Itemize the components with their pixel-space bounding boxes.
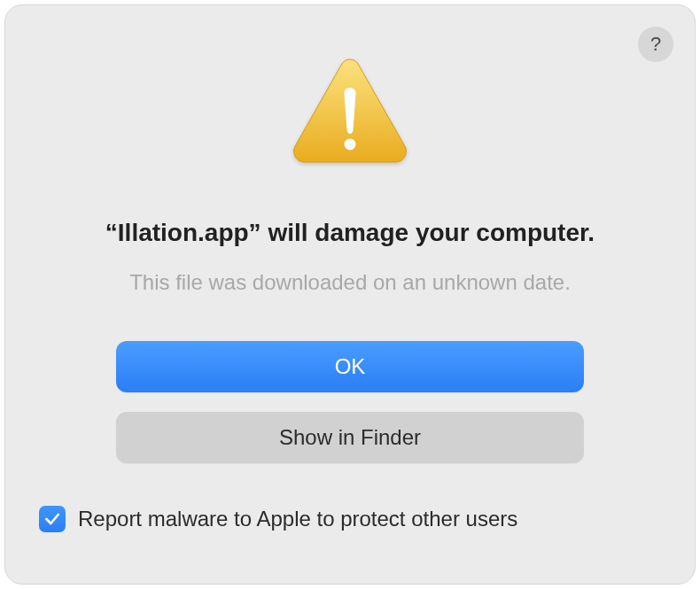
report-malware-label[interactable]: Report malware to Apple to protect other… bbox=[78, 507, 517, 531]
dialog-heading: “Illation.app” will damage your computer… bbox=[105, 219, 595, 247]
alert-dialog: ? “Illation.app” will damage your comput… bbox=[4, 4, 696, 585]
report-malware-checkbox[interactable] bbox=[39, 506, 66, 532]
dialog-subtext: This file was downloaded on an unknown d… bbox=[129, 270, 571, 295]
show-in-finder-button[interactable]: Show in Finder bbox=[116, 412, 584, 463]
help-icon: ? bbox=[650, 33, 661, 56]
report-malware-row: Report malware to Apple to protect other… bbox=[39, 506, 517, 532]
svg-point-0 bbox=[345, 139, 356, 151]
help-button[interactable]: ? bbox=[638, 27, 673, 62]
warning-icon bbox=[288, 54, 412, 169]
ok-button[interactable]: OK bbox=[116, 341, 584, 392]
checkmark-icon bbox=[43, 510, 61, 528]
